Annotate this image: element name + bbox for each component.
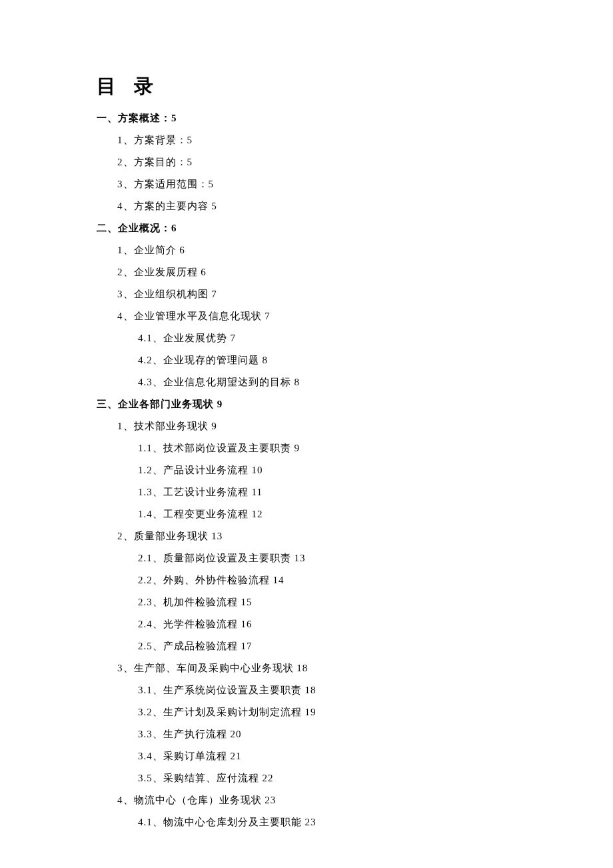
toc-entry-level-3: 3.5、采购结算、应付流程 22 — [97, 772, 546, 785]
toc-entry-level-2: 1、企业简介 6 — [97, 244, 546, 257]
toc-entry-level-2: 2、方案目的：5 — [97, 156, 546, 169]
toc-entry-level-3: 1.4、工程变更业务流程 12 — [97, 508, 546, 521]
toc-entry-level-2: 2、质量部业务现状 13 — [97, 530, 546, 543]
document-page: 目 录 一、方案概述：51、方案背景：52、方案目的：53、方案适用范围：54、… — [0, 0, 613, 868]
toc-entry-level-2: 3、生产部、车间及采购中心业务现状 18 — [97, 662, 546, 675]
toc-entry-level-3: 2.1、质量部岗位设置及主要职责 13 — [97, 552, 546, 565]
toc-entry-level-1: 三、企业各部门业务现状 9 — [97, 398, 546, 411]
toc-entry-level-3: 1.2、产品设计业务流程 10 — [97, 464, 546, 477]
toc-entry-level-3: 2.3、机加件检验流程 15 — [97, 596, 546, 609]
toc-entry-level-2: 3、企业组织机构图 7 — [97, 288, 546, 301]
toc-entry-level-3: 2.5、产成品检验流程 17 — [97, 640, 546, 653]
toc-entry-level-2: 1、技术部业务现状 9 — [97, 420, 546, 433]
toc-entry-level-2: 1、方案背景：5 — [97, 134, 546, 147]
toc-entry-level-3: 3.3、生产执行流程 20 — [97, 728, 546, 741]
toc-entry-level-2: 4、企业管理水平及信息化现状 7 — [97, 310, 546, 323]
toc-entry-level-3: 4.3、企业信息化期望达到的目标 8 — [97, 376, 546, 389]
toc-entry-level-2: 2、企业发展历程 6 — [97, 266, 546, 279]
toc-list: 一、方案概述：51、方案背景：52、方案目的：53、方案适用范围：54、方案的主… — [97, 112, 546, 829]
toc-entry-level-3: 2.4、光学件检验流程 16 — [97, 618, 546, 631]
toc-entry-level-1: 一、方案概述：5 — [97, 112, 546, 125]
toc-entry-level-2: 4、物流中心（仓库）业务现状 23 — [97, 794, 546, 807]
toc-entry-level-1: 二、企业概况：6 — [97, 222, 546, 235]
toc-entry-level-3: 3.1、生产系统岗位设置及主要职责 18 — [97, 684, 546, 697]
toc-entry-level-3: 3.2、生产计划及采购计划制定流程 19 — [97, 706, 546, 719]
toc-entry-level-3: 4.1、企业发展优势 7 — [97, 332, 546, 345]
toc-entry-level-3: 1.3、工艺设计业务流程 11 — [97, 486, 546, 499]
toc-title: 目 录 — [97, 73, 546, 100]
toc-entry-level-2: 3、方案适用范围：5 — [97, 178, 546, 191]
toc-entry-level-3: 1.1、技术部岗位设置及主要职责 9 — [97, 442, 546, 455]
toc-entry-level-2: 4、方案的主要内容 5 — [97, 200, 546, 213]
toc-entry-level-3: 4.2、企业现存的管理问题 8 — [97, 354, 546, 367]
toc-entry-level-3: 2.2、外购、外协件检验流程 14 — [97, 574, 546, 587]
toc-entry-level-3: 4.1、物流中心仓库划分及主要职能 23 — [97, 816, 546, 829]
toc-entry-level-3: 3.4、采购订单流程 21 — [97, 750, 546, 763]
